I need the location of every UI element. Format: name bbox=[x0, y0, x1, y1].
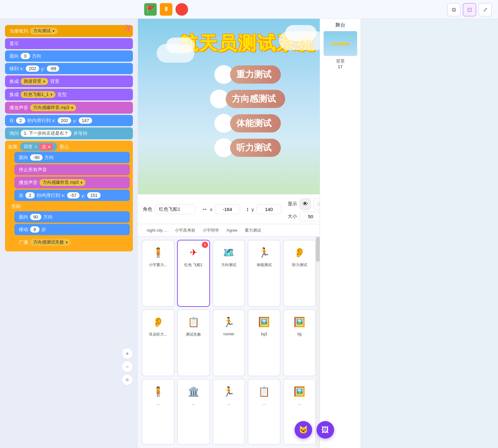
add-scene-fab[interactable]: 🖼 bbox=[317, 421, 334, 439]
glide2-sec-input[interactable]: 2 bbox=[25, 192, 35, 198]
fullscreen-button[interactable]: ⤢ bbox=[479, 3, 492, 16]
answer-label: 回答 bbox=[24, 144, 33, 150]
face-neg90-input[interactable]: -90 bbox=[30, 154, 43, 161]
sound2-dropdown[interactable]: 方向感爆炸音.mp3 bbox=[39, 179, 86, 186]
sprite-item-bg3[interactable]: 🖼️ bg3 bbox=[248, 309, 280, 376]
x-coord-input[interactable] bbox=[215, 204, 240, 214]
face-value-input[interactable]: 0 bbox=[21, 53, 30, 59]
sprite-item-r3d[interactable]: 📋 ... bbox=[248, 379, 280, 445]
glide-x-input[interactable]: 202 bbox=[58, 117, 71, 124]
stage-panel-title: 舞台 bbox=[335, 22, 345, 28]
sprite-item-redship[interactable]: ✕ ✈ 红色 飞船1 bbox=[177, 240, 210, 307]
tab-night-city[interactable]: night city ... bbox=[143, 227, 171, 234]
stop-button[interactable] bbox=[176, 3, 188, 16]
ask-block[interactable]: 询问 1. 下一步向左还是右？ 并等待 bbox=[5, 127, 133, 139]
face-dir-block[interactable]: 面向 0 方向 bbox=[5, 50, 133, 62]
bg-label: 背景 bbox=[50, 79, 60, 85]
event-block[interactable]: 当接收到 方向测试 bbox=[5, 25, 133, 37]
face90-block[interactable]: 面向 90 方向 bbox=[14, 211, 130, 223]
glide2-x-input[interactable]: -57 bbox=[67, 192, 80, 198]
show-visible-btn[interactable]: 👁 bbox=[300, 198, 311, 210]
sprite-grid: 🧍 小宇重力... ✕ ✈ 红色 飞船1 🗺️ 方向测试 🏃 体能测试 👂 听力… bbox=[138, 237, 320, 448]
zoom-reset-button[interactable]: = bbox=[122, 374, 133, 385]
sprite-item-erduo[interactable]: 👂 耳朵听力... bbox=[142, 309, 175, 376]
move-block[interactable]: 移动 8 步 bbox=[14, 224, 130, 235]
hearing-test-btn[interactable]: 听力测试 bbox=[214, 138, 281, 157]
sprite-item-r3b[interactable]: 🏛️ ... bbox=[177, 379, 210, 445]
sprite-item-tingliceshi[interactable]: 👂 听力测试 bbox=[283, 240, 316, 307]
broadcast-dropdown[interactable]: 方向感测试失败 bbox=[30, 239, 71, 246]
costume-dropdown[interactable]: 红色飞船1_1 bbox=[21, 91, 55, 98]
if-block[interactable]: 如果 回答 = 左 那么 面向 -90 方向 停止所有声音 播放声音 方向感爆炸… bbox=[5, 141, 133, 251]
y-val-input[interactable]: -89 bbox=[47, 65, 59, 72]
sprite-item-runner[interactable]: 🏃 runner bbox=[212, 309, 245, 376]
split-view-button[interactable]: ⧉ bbox=[447, 3, 460, 16]
size-input[interactable] bbox=[300, 212, 322, 221]
glide-y-label: y: bbox=[73, 118, 77, 123]
pause-button[interactable]: ⏸ bbox=[160, 3, 172, 16]
move-to-label: 移到 x: bbox=[9, 66, 24, 72]
move-val-input[interactable]: 8 bbox=[30, 226, 39, 233]
sprite-thumb-fangxiangceshi: 🗺️ bbox=[218, 243, 240, 262]
eq-label: = bbox=[34, 144, 37, 149]
sprite-item-r3a[interactable]: 🧍 ... bbox=[142, 379, 175, 445]
tab-xiaoyugaokao[interactable]: 小宇高考前 bbox=[171, 226, 199, 234]
glide2-block[interactable]: 在 2 秒内滑行到 x: -57 y: 151 bbox=[14, 190, 130, 201]
role-name-input[interactable] bbox=[155, 204, 196, 214]
play-sound2-block[interactable]: 播放声音 方向感爆炸音.mp3 bbox=[14, 177, 130, 188]
switch-bg-block[interactable]: 换成 跑道背景 背景 bbox=[5, 75, 133, 87]
sprite-item-ceshishibai[interactable]: 📋 测试失败 bbox=[177, 309, 210, 376]
playback-controls: 🚩 ⏸ bbox=[144, 3, 188, 16]
sprite-name-redship: 红色 飞船1 bbox=[184, 262, 202, 268]
play-sound2-label: 播放声音 bbox=[19, 180, 38, 186]
switch-costume-label: 换成 bbox=[9, 92, 19, 98]
face90-input[interactable]: 90 bbox=[30, 214, 41, 220]
play-sound1-block[interactable]: 播放声音 方向感爆炸音.mp3 bbox=[5, 102, 133, 114]
ask-text-input[interactable]: 1. 下一步向左还是右？ bbox=[21, 130, 71, 137]
move-to-block[interactable]: 移到 x: 202 y: -89 bbox=[5, 63, 133, 74]
switch-costume-block[interactable]: 换成 红色飞船1_1 造型 bbox=[5, 89, 133, 100]
left-dropdown[interactable]: 左 bbox=[39, 143, 53, 150]
tab-xiaoyutongxue[interactable]: 小宇同学 bbox=[199, 226, 223, 234]
glide-y-input[interactable]: 147 bbox=[79, 117, 92, 124]
fitness-test-btn[interactable]: 体能测试 bbox=[214, 114, 281, 133]
face-neg90-block[interactable]: 面向 -90 方向 bbox=[14, 152, 130, 163]
stage-panel: 舞台 航天员测试系统 背景 17 bbox=[320, 19, 360, 448]
ask-label: 询问 bbox=[9, 131, 19, 136]
broadcast-block[interactable]: 广播 方向感测试失败 bbox=[14, 236, 130, 248]
sprite-list-scrollbar[interactable] bbox=[316, 237, 320, 448]
sound1-dropdown[interactable]: 方向感爆炸音.mp3 bbox=[30, 104, 76, 111]
stage-view-button[interactable]: ⊡ bbox=[463, 3, 476, 16]
glide2-y-input[interactable]: 151 bbox=[87, 192, 101, 198]
condition-block[interactable]: 回答 = 左 bbox=[20, 142, 57, 151]
tab-zhongliceshi[interactable]: 重力测试 bbox=[241, 226, 265, 234]
flag-button[interactable]: 🚩 bbox=[144, 3, 157, 16]
x-val-input[interactable]: 202 bbox=[26, 65, 39, 72]
sprite-scroll-thumb[interactable] bbox=[316, 237, 320, 262]
tab-agree[interactable]: Agree bbox=[223, 227, 241, 234]
event-dropdown[interactable]: 方向测试 bbox=[30, 28, 58, 34]
stage-thumbnail[interactable]: 航天员测试系统 bbox=[323, 31, 357, 56]
sprite-item-fangxiangceshi[interactable]: 🗺️ 方向测试 bbox=[212, 240, 245, 307]
zoom-in-button[interactable]: ＋ bbox=[122, 348, 133, 359]
sprite-item-bg[interactable]: 🖼️ bg bbox=[283, 309, 316, 376]
direction-test-btn[interactable]: 方向感测试 bbox=[210, 90, 285, 108]
glide-block[interactable]: 在 2 秒内滑行到 x: 202 y: 147 bbox=[5, 115, 133, 126]
x-label: x bbox=[210, 207, 212, 212]
bg-dropdown[interactable]: 跑道背景 bbox=[21, 78, 48, 85]
stop-sound-label: 停止所有声音 bbox=[19, 167, 47, 173]
sprite-delete-btn[interactable]: ✕ bbox=[202, 242, 208, 248]
sprite-item-r3c[interactable]: 🏃 ... bbox=[212, 379, 245, 445]
add-sprite-fab[interactable]: 🐱 bbox=[295, 421, 312, 439]
sprite-item-tinengceshi[interactable]: 🏃 体能测试 bbox=[248, 240, 280, 307]
then-label: 那么 bbox=[60, 144, 69, 150]
glide-sec-input[interactable]: 2 bbox=[16, 117, 25, 124]
face-label: 面向 bbox=[9, 53, 19, 59]
gravity-test-btn[interactable]: 重力测试 bbox=[214, 65, 281, 84]
sprite-item-xiaoyuzhongli[interactable]: 🧍 小宇重力... bbox=[142, 240, 175, 307]
y-coord-input[interactable] bbox=[256, 204, 281, 214]
bg-label: 背景 bbox=[336, 59, 345, 64]
show-block[interactable]: 显示 bbox=[5, 38, 133, 49]
stop-sound-block[interactable]: 停止所有声音 bbox=[14, 164, 130, 175]
zoom-out-button[interactable]: － bbox=[122, 361, 133, 372]
